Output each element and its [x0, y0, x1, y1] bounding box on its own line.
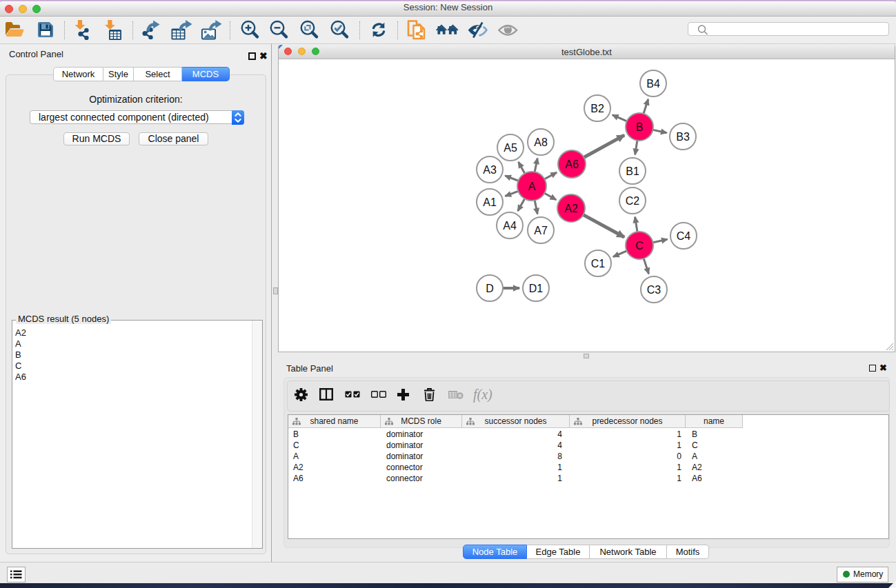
svg-text:A3: A3 — [483, 164, 497, 176]
svg-text:A6: A6 — [565, 159, 579, 170]
svg-text:B4: B4 — [646, 78, 660, 90]
svg-text:B3: B3 — [676, 131, 690, 143]
svg-text:B: B — [636, 121, 644, 133]
svg-text:C3: C3 — [647, 284, 661, 296]
svg-text:C: C — [635, 240, 644, 252]
svg-text:A7: A7 — [534, 225, 548, 236]
svg-text:C4: C4 — [677, 230, 691, 242]
svg-text:A8: A8 — [534, 136, 548, 148]
svg-text:C1: C1 — [591, 258, 606, 270]
svg-text:B1: B1 — [626, 165, 639, 177]
svg-text:A2: A2 — [564, 203, 578, 214]
svg-text:A4: A4 — [503, 220, 517, 232]
svg-text:A5: A5 — [504, 142, 517, 154]
svg-text:B2: B2 — [590, 103, 604, 114]
svg-text:C2: C2 — [626, 195, 640, 207]
svg-text:A1: A1 — [483, 196, 497, 208]
svg-text:D1: D1 — [529, 283, 544, 294]
svg-text:D: D — [486, 283, 494, 294]
svg-text:A: A — [528, 181, 536, 192]
